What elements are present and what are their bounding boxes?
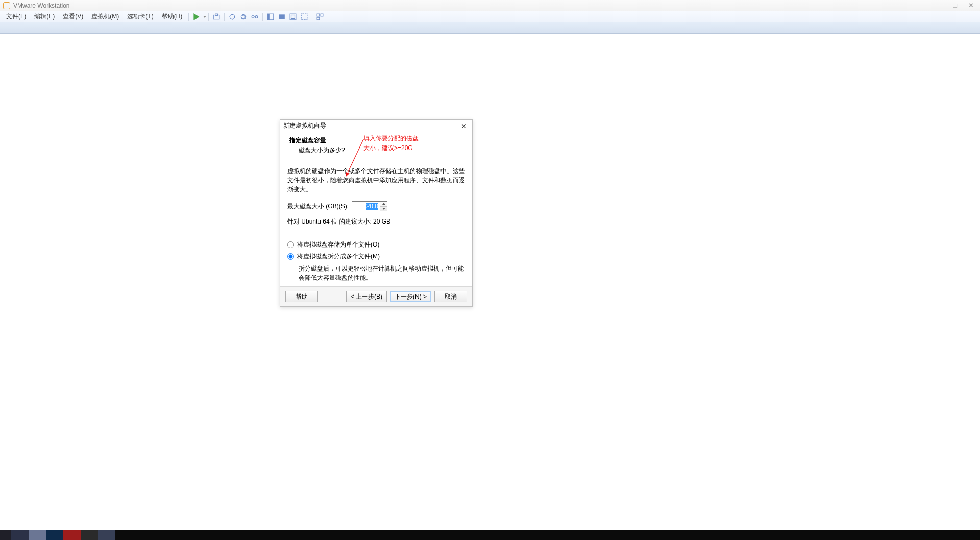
disk-size-spinner <box>352 201 387 211</box>
thumbnails-icon[interactable] <box>316 13 324 21</box>
spin-down-button[interactable] <box>380 207 387 211</box>
svg-point-5 <box>255 15 258 18</box>
svg-rect-10 <box>291 15 295 18</box>
app-logo-icon <box>3 2 10 9</box>
workspace <box>1 34 979 528</box>
snapshot-icon[interactable] <box>212 13 220 21</box>
minimize-button[interactable]: — <box>935 2 942 9</box>
menu-edit[interactable]: 编辑(E) <box>30 11 59 22</box>
separator <box>262 13 263 21</box>
help-button[interactable]: 帮助 <box>285 291 318 302</box>
dialog-header: 指定磁盘容量 磁盘大小为多少? <box>280 132 472 160</box>
split-description-text: 拆分磁盘后，可以更轻松地在计算机之间移动虚拟机，但可能会降低大容量磁盘的性能。 <box>287 264 465 282</box>
menu-file[interactable]: 文件(F) <box>2 11 30 22</box>
svg-rect-14 <box>317 17 320 20</box>
dialog-title-text: 新建虚拟机向导 <box>283 121 326 130</box>
close-window-button[interactable]: ✕ <box>968 2 974 9</box>
menu-view[interactable]: 查看(V) <box>59 11 87 22</box>
separator <box>312 13 312 21</box>
svg-rect-1 <box>215 14 218 16</box>
window-controls: — □ ✕ <box>935 2 977 9</box>
radio-single-file-label: 将虚拟磁盘存储为单个文件(O) <box>297 240 379 249</box>
window-title: VMware Workstation <box>13 2 69 9</box>
spin-up-button[interactable] <box>380 202 387 207</box>
unity-icon[interactable] <box>289 13 297 21</box>
snapshot-revert-icon[interactable] <box>239 13 248 21</box>
stretch-icon[interactable] <box>300 13 308 21</box>
svg-rect-12 <box>317 14 320 16</box>
disk-size-label: 最大磁盘大小 (GB)(S): <box>287 202 349 211</box>
svg-rect-13 <box>321 14 323 16</box>
radio-single-file-input[interactable] <box>287 241 294 248</box>
os-taskbar <box>0 530 980 540</box>
svg-point-2 <box>230 14 235 19</box>
menu-tabs[interactable]: 选项卡(T) <box>123 11 157 22</box>
dialog-close-button[interactable]: ✕ <box>459 121 469 131</box>
footer-spacer <box>321 291 343 302</box>
back-button[interactable]: < 上一步(B) <box>346 291 387 302</box>
svg-point-4 <box>252 15 254 18</box>
menu-help[interactable]: 帮助(H) <box>158 11 187 22</box>
radio-split-files-input[interactable] <box>287 253 294 260</box>
radio-single-file[interactable]: 将虚拟磁盘存储为单个文件(O) <box>287 240 465 249</box>
dialog-titlebar: 新建虚拟机向导 ✕ <box>280 120 472 132</box>
disk-description-text: 虚拟机的硬盘作为一个或多个文件存储在主机的物理磁盘中。这些文件最初很小，随着您向… <box>287 166 465 194</box>
disk-size-input[interactable] <box>352 202 380 211</box>
titlebar: VMware Workstation — □ ✕ <box>0 0 980 11</box>
svg-rect-11 <box>301 14 307 20</box>
tab-strip <box>0 22 980 34</box>
dialog-footer: 帮助 < 上一步(B) 下一步(N) > 取消 <box>280 286 472 306</box>
snapshot-manager-icon[interactable] <box>251 13 259 21</box>
spinner-buttons <box>380 202 387 211</box>
svg-rect-8 <box>279 14 285 19</box>
separator <box>208 13 209 21</box>
separator <box>224 13 225 21</box>
menu-vm[interactable]: 虚拟机(M) <box>87 11 123 22</box>
cancel-button[interactable]: 取消 <box>434 291 467 302</box>
panel-left-icon[interactable] <box>266 13 275 21</box>
snapshot-take-icon[interactable] <box>228 13 236 21</box>
dialog-header-subtitle: 磁盘大小为多少? <box>289 146 465 155</box>
disk-mode-radio-group: 将虚拟磁盘存储为单个文件(O) 将虚拟磁盘拆分成多个文件(M) 拆分磁盘后，可以… <box>287 240 465 282</box>
next-button[interactable]: 下一步(N) > <box>390 291 431 302</box>
play-dropdown-icon[interactable] <box>203 16 206 18</box>
new-vm-wizard-dialog: 新建虚拟机向导 ✕ 指定磁盘容量 磁盘大小为多少? 虚拟机的硬盘作为一个或多个文… <box>280 119 473 307</box>
disk-size-row: 最大磁盘大小 (GB)(S): <box>287 201 465 211</box>
svg-rect-7 <box>267 14 270 20</box>
dialog-header-title: 指定磁盘容量 <box>289 136 465 145</box>
maximize-button[interactable]: □ <box>953 2 957 9</box>
radio-split-files-label: 将虚拟磁盘拆分成多个文件(M) <box>297 252 380 261</box>
dialog-body: 虚拟机的硬盘作为一个或多个文件存储在主机的物理磁盘中。这些文件最初很小，随着您向… <box>280 160 472 286</box>
radio-split-files[interactable]: 将虚拟磁盘拆分成多个文件(M) <box>287 252 465 261</box>
recommended-size-text: 针对 Ubuntu 64 位 的建议大小: 20 GB <box>287 217 465 226</box>
menubar: 文件(F) 编辑(E) 查看(V) 虚拟机(M) 选项卡(T) 帮助(H) <box>0 11 980 22</box>
separator <box>188 13 189 21</box>
fullscreen-icon[interactable] <box>278 13 286 21</box>
play-icon[interactable] <box>192 13 201 21</box>
